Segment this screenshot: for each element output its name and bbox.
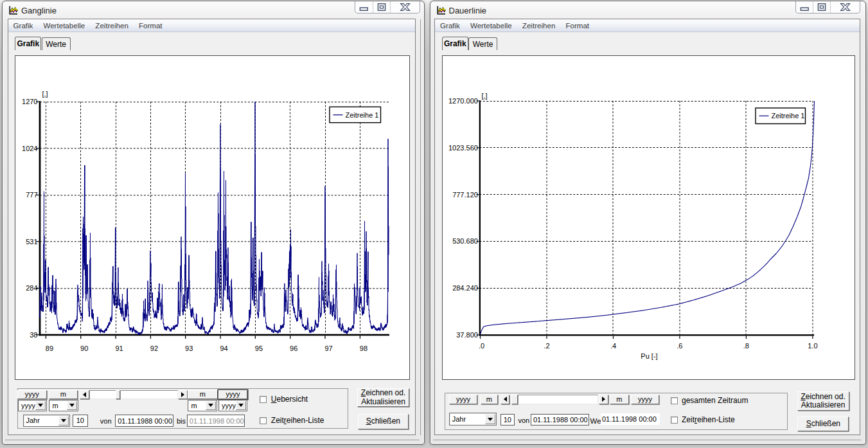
svg-text:531: 531 bbox=[26, 237, 37, 245]
svg-text:1270: 1270 bbox=[22, 98, 37, 105]
svg-text:[,]: [,] bbox=[481, 92, 487, 100]
svg-text:92: 92 bbox=[150, 345, 158, 352]
svg-text:94: 94 bbox=[220, 345, 227, 352]
svg-text:530.680: 530.680 bbox=[452, 237, 478, 245]
svg-text:95: 95 bbox=[255, 345, 263, 352]
svg-text:91: 91 bbox=[115, 345, 123, 352]
svg-text:Pu [-]: Pu [-] bbox=[641, 352, 657, 360]
svg-text:.4: .4 bbox=[610, 342, 616, 350]
svg-text:777.120: 777.120 bbox=[452, 191, 478, 199]
svg-text:1024: 1024 bbox=[22, 144, 37, 152]
svg-text:38: 38 bbox=[30, 330, 37, 338]
svg-text:93: 93 bbox=[185, 345, 193, 352]
svg-text:.2: .2 bbox=[544, 342, 549, 350]
svg-text:[,]: [,] bbox=[42, 90, 48, 98]
svg-text:98: 98 bbox=[360, 345, 368, 352]
svg-text:90: 90 bbox=[80, 345, 88, 352]
svg-text:Zeitreihe 1: Zeitreihe 1 bbox=[771, 112, 804, 120]
svg-text:.8: .8 bbox=[743, 342, 748, 350]
svg-text:1023.560: 1023.560 bbox=[448, 144, 478, 152]
svg-text:97: 97 bbox=[324, 345, 332, 352]
svg-text:1.0: 1.0 bbox=[808, 342, 817, 350]
svg-text:Zeitreihe 1: Zeitreihe 1 bbox=[346, 111, 379, 119]
svg-text:.6: .6 bbox=[677, 342, 682, 350]
svg-text:89: 89 bbox=[46, 345, 53, 352]
svg-text:284.240: 284.240 bbox=[452, 284, 478, 292]
svg-text:96: 96 bbox=[290, 345, 297, 352]
svg-text:37.800: 37.800 bbox=[456, 331, 478, 339]
svg-text:.0: .0 bbox=[478, 342, 484, 350]
svg-text:777: 777 bbox=[26, 191, 37, 199]
svg-text:1270.000: 1270.000 bbox=[448, 97, 478, 105]
svg-text:284: 284 bbox=[26, 284, 37, 292]
